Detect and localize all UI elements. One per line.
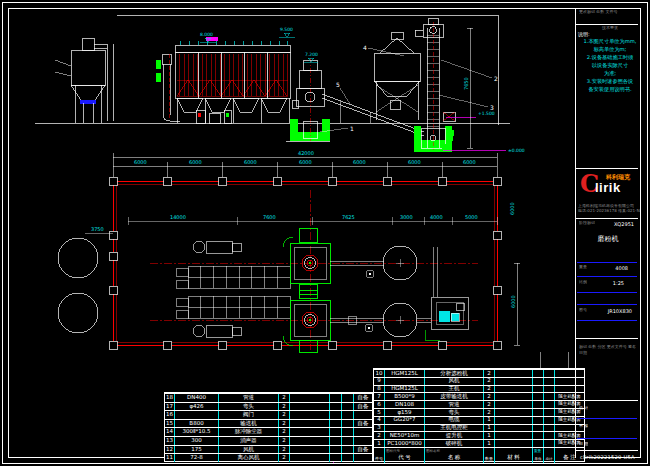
- plan-fan-2: [193, 325, 241, 337]
- bom-header-no: 件号: [374, 448, 385, 463]
- bom-item-mat: [290, 420, 330, 428]
- revision-strip-labels: 标记 处数 分区 更改文件号 签名 日期: [579, 344, 637, 357]
- bom-item-name: 弯头: [219, 403, 279, 411]
- bom-item-total: [342, 428, 354, 436]
- bom-item-unit: [330, 446, 342, 454]
- bom-item-mat: [495, 425, 533, 432]
- bom-item-unit: [330, 394, 342, 402]
- note-line: 以设备实际尺寸: [578, 61, 642, 69]
- bom-item-name: 分析选粉机: [425, 370, 484, 377]
- bom-item-total: [544, 386, 555, 393]
- bom-item-no: 5: [374, 409, 385, 416]
- bom-item-unit: [330, 428, 342, 436]
- bom-item-model: [175, 411, 219, 419]
- filter-frame-posts: [198, 52, 267, 98]
- bom-item-remark: [354, 411, 372, 419]
- bom-header-ghost-name: 图样名称: [426, 449, 440, 453]
- bom-item-total: [342, 446, 354, 454]
- bom-item-unit: [533, 378, 544, 385]
- note-line: 3.安装时请参照各设: [578, 77, 642, 85]
- bom-item-mat: [290, 437, 330, 445]
- mill-unit: [286, 58, 330, 141]
- bom-item-name: 管道: [219, 394, 279, 402]
- bom-row: 4 GG20*7 电缆 1 随主机配套: [374, 416, 584, 424]
- bom-item-name: 提升机: [425, 432, 484, 439]
- balloon-2: 2: [494, 75, 498, 82]
- bom-item-name: 皮带输送机: [425, 393, 484, 400]
- bom-item-unit: [330, 454, 342, 462]
- balloon-4: 4: [363, 44, 367, 51]
- bom-item-total: [342, 411, 354, 419]
- bom-item-no: 1: [374, 440, 385, 447]
- filter-train-1: [176, 266, 290, 288]
- bom-item-total: [342, 420, 354, 428]
- bom-item-name: 管道: [425, 401, 484, 408]
- logo-block: C 科利瑞克 lirik 上海科利瑞克机器设备有限公司 电话:021-20236…: [576, 170, 640, 214]
- cad-drawing-canvas: 42000 6000 6000 6000 6000 6000 6000 6000…: [0, 0, 650, 466]
- bom-item-model: HGM125L: [385, 386, 425, 393]
- bom-header-row: 件号 图样代号 代 号 图样名称 名 称 数量 材 料 重量 单件 总计 备 注: [374, 447, 584, 463]
- bom-item-model: DN400: [175, 394, 219, 402]
- mill-discharge-pipes: [330, 261, 384, 324]
- bom-item-name: 主机: [425, 386, 484, 393]
- bom-row: 6 DN108 管道 2 随主机配套: [374, 400, 584, 408]
- drawing-title: 磨粉机: [576, 234, 640, 244]
- bom-item-name: 主机电控柜: [425, 425, 484, 432]
- filter-train-2: [176, 296, 290, 318]
- plan-inner-dim: 5000: [465, 214, 478, 220]
- elevator-height-label: 7650: [463, 77, 469, 90]
- bom-item-qty: 2: [484, 370, 495, 377]
- bom-item-name: 离心风机: [219, 454, 279, 462]
- bom-item-mat: [290, 411, 330, 419]
- bom-header-code-label: 代 号: [398, 454, 411, 461]
- plan-silos: [365, 246, 417, 337]
- bom-item-mat: [495, 417, 533, 424]
- bom-item-mat: [290, 428, 330, 436]
- bom-item-remark: [354, 428, 372, 436]
- bom-item-no: 4: [374, 417, 385, 424]
- check-label: 审 核: [579, 424, 588, 429]
- bom-item-remark: [354, 437, 372, 445]
- bom-row: 9 风机 2: [374, 377, 584, 385]
- drawno-value: JR10X830: [608, 308, 632, 314]
- bom-item-model: 300Ⅱ*10.5: [175, 428, 219, 436]
- bom-header-qty: 数量: [484, 448, 495, 463]
- bucket-elevator: [414, 18, 506, 152]
- scale-value: 1:25: [613, 280, 624, 286]
- bom-item-model: GG20*7: [385, 417, 425, 424]
- bom-item-model: DN108: [385, 401, 425, 408]
- bom-right-rows: 10 HGM125L 分析选粉机 2 9 风机 2 8 HGM125L: [374, 369, 584, 447]
- bom-item-qty: 2: [484, 386, 495, 393]
- bom-item-model: NE50*10m: [385, 432, 425, 439]
- weight-value: 4008: [615, 265, 628, 271]
- weight-label: 重量: [579, 265, 587, 270]
- bom-item-name: 消声器: [219, 437, 279, 445]
- note-line: 1.本图尺寸单位为mm,: [578, 37, 642, 45]
- bom-item-name: 破碎机: [425, 440, 484, 447]
- bom-item-mat: [495, 378, 533, 385]
- balloon-3: 3: [490, 104, 494, 111]
- bom-item-total: [544, 401, 555, 408]
- bom-item-name: 脉冲除尘器: [219, 428, 279, 436]
- bom-item-no: 2: [374, 432, 385, 439]
- plan-right-dim-lower: 6000: [510, 295, 516, 308]
- title-block: 更改标记 处数 文件号 技术要求 说明: 1.本图尺寸单位为mm,标高单位为m;…: [575, 8, 640, 458]
- bom-item-no: 11: [165, 454, 175, 462]
- bom-item-name: 风机: [219, 446, 279, 454]
- bom-item-no: 8: [374, 386, 385, 393]
- bom-item-unit: [533, 417, 544, 424]
- plan-fan-1: [193, 241, 241, 253]
- bom-item-qty: 2: [484, 401, 495, 408]
- plan-seg-dim: 6000: [408, 159, 421, 165]
- design-label: 设 计: [579, 406, 588, 411]
- bom-item-no: 7: [374, 393, 385, 400]
- bom-item-mat: [290, 454, 330, 462]
- bom-item-name: 风机: [425, 378, 484, 385]
- bom-item-model: [385, 425, 425, 432]
- bom-row: 14 300Ⅱ*10.5 脉冲除尘器 2: [165, 427, 372, 436]
- bom-item-no: 3: [374, 425, 385, 432]
- bom-row: 2 NE50*10m 提升机 1 随主机配套: [374, 431, 584, 439]
- bom-item-no: 16: [165, 411, 175, 419]
- plan-total-dim: 42000: [298, 150, 314, 156]
- bom-row: 10 HGM125L 分析选粉机 2: [374, 369, 584, 377]
